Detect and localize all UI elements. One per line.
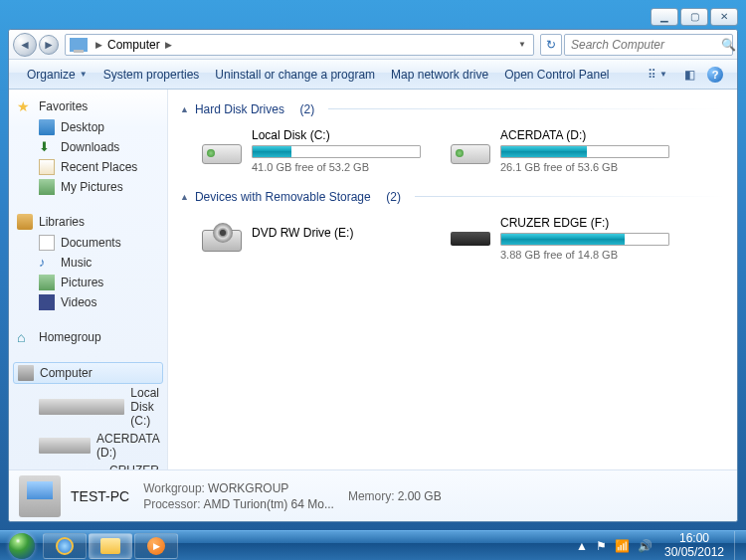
content-pane: ▲ Hard Disk Drives (2) Local Disk (C:) 4… xyxy=(168,90,737,469)
capacity-bar xyxy=(252,145,421,158)
sidebar-item-videos[interactable]: Videos xyxy=(9,292,167,312)
command-bar: Organize▼ System properties Uninstall or… xyxy=(9,60,737,90)
show-desktop-button[interactable] xyxy=(734,531,744,561)
sidebar-item-pictures[interactable]: Pictures xyxy=(9,273,167,292)
address-history-dropdown[interactable]: ▼ xyxy=(515,40,529,49)
chevron-down-icon: ▼ xyxy=(80,70,88,79)
sidebar-item-recent-places[interactable]: Recent Places xyxy=(9,157,167,177)
drive-icon xyxy=(39,438,91,454)
navigation-bar: ◄ ► ▶ Computer ▶ ▼ ↻ 🔍 xyxy=(9,30,737,60)
details-pane: TEST-PC Workgroup: WORKGROUP Processor: … xyxy=(9,469,737,521)
clock-time: 16:00 xyxy=(660,532,728,546)
network-tray-icon[interactable]: 📶 xyxy=(615,539,630,553)
taskbar-clock[interactable]: 16:00 30/05/2012 xyxy=(660,532,728,560)
address-bar[interactable]: ▶ Computer ▶ ▼ xyxy=(65,34,534,56)
sidebar-item-documents[interactable]: Documents xyxy=(9,233,167,253)
capacity-bar xyxy=(500,233,669,246)
sidebar-item-music[interactable]: Music xyxy=(9,253,167,273)
usb-drive-icon xyxy=(449,216,492,254)
drive-free-text: 26.1 GB free of 53.6 GB xyxy=(500,161,669,173)
start-button[interactable] xyxy=(2,531,42,561)
sidebar-computer[interactable]: Computer xyxy=(13,362,163,384)
workgroup-value: WORKGROUP xyxy=(208,481,288,495)
taskbar: ▶ ▲ ⚑ 📶 🔊 16:00 30/05/2012 xyxy=(0,530,746,560)
drive-dvd-rw-e[interactable]: DVD RW Drive (E:) xyxy=(196,212,425,265)
taskbar-item-explorer[interactable] xyxy=(89,533,132,559)
help-button[interactable]: ? xyxy=(703,64,727,86)
pictures-icon xyxy=(39,179,55,195)
collapse-icon[interactable]: ▲ xyxy=(180,192,189,202)
recent-places-icon xyxy=(39,159,55,175)
search-icon[interactable]: 🔍 xyxy=(721,38,736,52)
open-control-panel-button[interactable]: Open Control Panel xyxy=(496,64,617,86)
processor-label: Processor: xyxy=(143,497,200,511)
drive-cruzer-edge-f[interactable]: CRUZER EDGE (F:) 3.88 GB free of 14.8 GB xyxy=(445,212,673,265)
system-tray: ▲ ⚑ 📶 🔊 16:00 30/05/2012 xyxy=(570,532,734,560)
breadcrumb-computer[interactable]: Computer xyxy=(103,38,164,52)
minimize-button[interactable]: ▁ xyxy=(651,8,678,26)
sidebar-item-cruzer-edge-f[interactable]: CRUZER EDGE (F:) xyxy=(9,462,167,469)
drive-icon xyxy=(39,399,124,415)
desktop-icon xyxy=(39,119,55,135)
sidebar-homegroup[interactable]: Homegroup xyxy=(9,326,167,348)
memory-value: 2.00 GB xyxy=(398,489,442,503)
group-removable-storage[interactable]: ▲ Devices with Removable Storage (2) xyxy=(180,189,725,204)
clock-date: 30/05/2012 xyxy=(660,546,728,560)
computer-large-icon xyxy=(19,475,61,517)
workgroup-label: Workgroup: xyxy=(143,481,205,495)
processor-value: AMD Turion(tm) 64 Mo... xyxy=(204,497,334,511)
homegroup-icon xyxy=(17,329,33,345)
preview-pane-button[interactable]: ◧ xyxy=(677,64,701,86)
maximize-button[interactable]: ▢ xyxy=(680,8,708,26)
computer-icon xyxy=(70,38,88,52)
taskbar-item-ie[interactable] xyxy=(43,533,87,559)
drive-free-text: 41.0 GB free of 53.2 GB xyxy=(252,161,421,173)
computer-icon xyxy=(18,365,34,381)
volume-icon[interactable]: 🔊 xyxy=(638,539,653,553)
sidebar-libraries[interactable]: Libraries xyxy=(9,211,167,233)
sidebar-item-desktop[interactable]: Desktop xyxy=(9,117,167,137)
sidebar-item-local-disk-c[interactable]: Local Disk (C:) xyxy=(9,384,167,430)
refresh-button[interactable]: ↻ xyxy=(540,34,562,56)
folder-icon xyxy=(100,538,120,554)
libraries-icon xyxy=(17,214,33,230)
forward-button[interactable]: ► xyxy=(39,35,59,55)
sidebar-item-my-pictures[interactable]: My Pictures xyxy=(9,177,167,197)
uninstall-program-button[interactable]: Uninstall or change a program xyxy=(207,64,383,86)
action-center-icon[interactable]: ⚑ xyxy=(596,539,607,553)
hdd-icon xyxy=(200,128,244,166)
map-network-drive-button[interactable]: Map network drive xyxy=(383,64,496,86)
media-player-icon: ▶ xyxy=(147,537,165,555)
organize-menu[interactable]: Organize▼ xyxy=(19,64,95,86)
close-button[interactable]: ✕ xyxy=(710,8,738,26)
view-options-button[interactable]: ⠿ ▼ xyxy=(640,64,675,86)
search-box[interactable]: 🔍 xyxy=(564,34,733,56)
drive-label: CRUZER EDGE (F:) xyxy=(500,216,669,230)
dvd-drive-icon xyxy=(200,216,244,254)
search-input[interactable] xyxy=(571,38,721,52)
sidebar-favorites[interactable]: Favorites xyxy=(9,95,167,117)
pictures-icon xyxy=(39,275,55,290)
back-button[interactable]: ◄ xyxy=(13,33,37,57)
videos-icon xyxy=(39,294,55,310)
downloads-icon xyxy=(39,139,55,155)
drive-label: ACERDATA (D:) xyxy=(500,128,669,142)
taskbar-item-wmp[interactable]: ▶ xyxy=(134,533,178,559)
tray-overflow-icon[interactable]: ▲ xyxy=(576,539,588,553)
sidebar-item-acerdata-d[interactable]: ACERDATA (D:) xyxy=(9,430,167,462)
sidebar-item-downloads[interactable]: Downloads xyxy=(9,137,167,157)
breadcrumb-sep-icon[interactable]: ▶ xyxy=(93,35,103,55)
breadcrumb-sep-icon[interactable]: ▶ xyxy=(164,35,174,55)
internet-explorer-icon xyxy=(56,537,74,555)
drive-label: Local Disk (C:) xyxy=(252,128,421,142)
group-hard-disk-drives[interactable]: ▲ Hard Disk Drives (2) xyxy=(180,101,725,116)
collapse-icon[interactable]: ▲ xyxy=(180,104,189,114)
system-properties-button[interactable]: System properties xyxy=(95,64,208,86)
favorites-icon xyxy=(17,98,33,114)
memory-label: Memory: xyxy=(348,489,395,503)
computer-name: TEST-PC xyxy=(71,488,129,504)
documents-icon xyxy=(39,235,55,251)
drive-acerdata-d[interactable]: ACERDATA (D:) 26.1 GB free of 53.6 GB xyxy=(445,124,673,177)
music-icon xyxy=(39,255,55,271)
drive-local-disk-c[interactable]: Local Disk (C:) 41.0 GB free of 53.2 GB xyxy=(196,124,425,177)
